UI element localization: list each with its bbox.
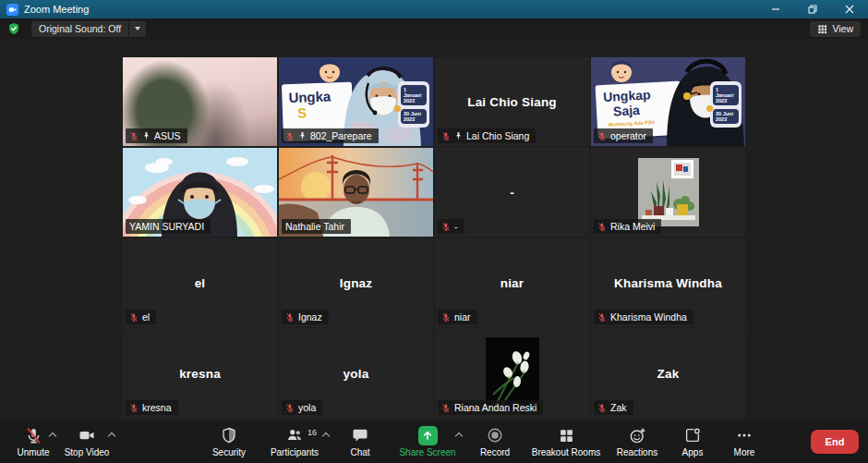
participant-tile-lai-chio-siang[interactable]: Lai Chio Siang Lai Chio Siang (435, 57, 589, 146)
pin-icon (298, 131, 307, 140)
muted-mic-icon (597, 312, 607, 323)
muted-mic-icon (441, 131, 451, 141)
grid-view-icon (817, 24, 827, 34)
breakout-rooms-icon (559, 428, 574, 444)
name-label: Rika Meivi (594, 219, 661, 234)
participant-tile-yola[interactable]: yola yola (279, 329, 433, 418)
original-sound-label: Original Sound: Off (31, 23, 128, 34)
pin-icon (142, 131, 151, 140)
minimize-button[interactable] (757, 0, 794, 18)
muted-mic-icon (441, 222, 451, 232)
participants-icon (285, 427, 304, 444)
zoom-app-icon (6, 4, 18, 16)
record-button[interactable]: Record (471, 420, 519, 463)
share-screen-button[interactable]: Share Screen (395, 420, 460, 463)
reactions-button[interactable]: Reactions (613, 420, 661, 463)
meeting-controls-bar: Unmute Stop Video Security 16 Participan… (0, 420, 868, 463)
meeting-info-bar: Original Sound: Off View (0, 18, 868, 39)
campaign-date-panel: 1 Januari2022 30 Juni2022 (398, 81, 429, 128)
muted-mic-icon (597, 131, 607, 141)
window-title: Zoom Meeting (24, 4, 89, 15)
participant-tile-dash[interactable]: - - (435, 148, 589, 237)
participant-tile-802-parepare[interactable]: Ungka S (279, 57, 433, 146)
name-label: niar (438, 310, 477, 324)
muted-mic-icon (129, 131, 139, 141)
participant-tile-kharisma-windha[interactable]: Kharisma Windha Kharisma Windha (591, 238, 745, 327)
name-label: operator (594, 128, 653, 143)
apps-button[interactable]: Apps (672, 420, 713, 463)
unmute-options-chevron[interactable] (49, 433, 56, 440)
name-label: ASUS (126, 128, 187, 143)
stop-video-button[interactable]: Stop Video (57, 420, 116, 463)
original-sound-dropdown[interactable] (129, 27, 146, 30)
stop-video-options-chevron[interactable] (108, 433, 115, 440)
muted-mic-icon (285, 131, 295, 141)
name-label: yola (282, 400, 322, 415)
profile-photo-plants (638, 158, 699, 226)
muted-mic-icon (597, 222, 607, 232)
muted-mic-icon (441, 403, 451, 413)
video-gallery: ASUS Ungka S (0, 39, 868, 420)
participant-tile-niar[interactable]: niar niar (435, 238, 589, 327)
more-icon (736, 427, 753, 444)
chat-button[interactable]: Chat (336, 420, 384, 463)
participant-tile-ignaz[interactable]: Ignaz Ignaz (279, 238, 433, 327)
participant-tile-rika-meivi[interactable]: Rika Meivi (591, 148, 745, 237)
mic-muted-icon (25, 427, 42, 445)
participants-button[interactable]: 16 Participants (264, 420, 325, 463)
name-label: Kharisma Windha (594, 310, 693, 324)
name-label: el (126, 310, 156, 324)
breakout-rooms-button[interactable]: Breakout Rooms (530, 420, 602, 463)
participant-tile-asus[interactable]: ASUS (123, 57, 277, 146)
campaign-date-panel: 1 Januari2022 30 Juni2022 (710, 81, 741, 128)
name-label: Nathalie Tahir (282, 219, 351, 234)
name-label: Riana Andan Reski (438, 400, 543, 415)
profile-photo-flowers (486, 337, 539, 409)
original-sound-button[interactable]: Original Sound: Off (31, 21, 146, 37)
zoom-meeting-window: Zoom Meeting Original Sound: Off View (0, 0, 868, 463)
name-label: Ignaz (282, 310, 329, 324)
name-label: Lai Chio Siang (438, 128, 536, 143)
chat-icon (352, 427, 368, 444)
participant-tile-el[interactable]: el el (123, 238, 277, 327)
participants-count-badge: 16 (307, 428, 317, 437)
record-icon (487, 427, 503, 444)
name-label: Zak (594, 400, 633, 415)
reactions-icon (629, 427, 646, 445)
security-button[interactable]: Security (205, 420, 253, 463)
unmute-button[interactable]: Unmute (9, 420, 57, 463)
muted-mic-icon (441, 312, 451, 323)
pin-icon (454, 131, 463, 140)
name-label: YAMIN SURYADI (126, 219, 211, 234)
title-bar: Zoom Meeting (0, 0, 868, 18)
participants-options-chevron[interactable] (322, 433, 330, 440)
participant-tile-kresna[interactable]: kresna kresna (123, 329, 277, 418)
close-button[interactable] (831, 0, 868, 18)
participant-tile-nathalie-tahir[interactable]: Nathalie Tahir (279, 148, 433, 237)
name-label: 802_Parepare (282, 128, 379, 143)
participant-tile-riana-andan-reski[interactable]: Riana Andan Reski (435, 329, 589, 418)
restore-button[interactable] (794, 0, 831, 18)
share-screen-options-chevron[interactable] (455, 433, 463, 440)
gallery-grid: ASUS Ungka S (123, 57, 745, 420)
view-button[interactable]: View (810, 21, 861, 37)
participant-tile-yamin-suryadi[interactable]: YAMIN SURYADI (123, 148, 277, 237)
security-shield-icon (221, 427, 237, 444)
encryption-shield-icon[interactable] (7, 22, 20, 35)
muted-mic-icon (597, 403, 607, 413)
camera-icon (78, 427, 96, 444)
more-button[interactable]: More (724, 420, 765, 463)
apps-icon (684, 427, 701, 444)
participant-tile-zak[interactable]: Zak Zak (591, 329, 745, 418)
share-screen-icon (418, 426, 438, 445)
muted-mic-icon (129, 312, 139, 323)
end-meeting-button[interactable]: End (811, 430, 859, 454)
name-label: kresna (126, 400, 178, 415)
muted-mic-icon (285, 312, 295, 323)
muted-mic-icon (285, 403, 295, 413)
participant-tile-operator[interactable]: Ungkap Saja Mumpung Ada P2H (591, 57, 745, 146)
muted-mic-icon (129, 403, 139, 413)
view-label: View (832, 23, 853, 34)
name-label: - (438, 219, 464, 234)
